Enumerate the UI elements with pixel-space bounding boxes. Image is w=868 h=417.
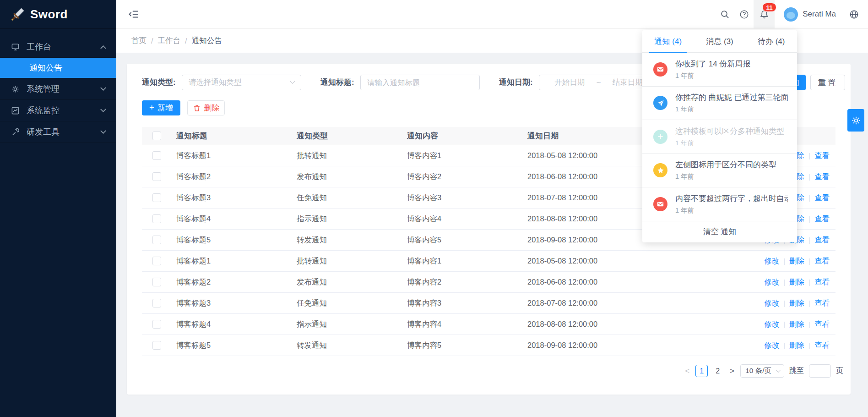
cell-title: 博客标题3 (176, 193, 297, 203)
notification-item[interactable]: 你推荐的 曲妮妮 已通过第三轮面试 1 年前 (642, 87, 797, 121)
cell-date: 2018-07-08 12:00:00 (527, 299, 738, 307)
edit-link[interactable]: 修改 (764, 277, 779, 287)
breadcrumb-current: 通知公告 (192, 36, 222, 46)
theme-settings-button[interactable] (847, 109, 864, 132)
crud-toolbar: + 新增 删除 (142, 100, 225, 115)
sidebar-item-system-admin[interactable]: 系统管理 (0, 78, 116, 100)
view-link[interactable]: 查看 (814, 151, 830, 161)
action-divider: | (808, 194, 810, 202)
row-actions: 修改 | 删除 | 查看 (738, 256, 835, 266)
view-link[interactable]: 查看 (814, 214, 830, 224)
notification-item[interactable]: 你收到了 14 份新周报 1 年前 (642, 53, 797, 87)
sidebar-item-workbench[interactable]: 工作台 (0, 36, 116, 58)
row-checkbox[interactable] (152, 278, 161, 286)
row-checkbox[interactable] (152, 299, 161, 307)
view-link[interactable]: 查看 (814, 256, 830, 266)
date-separator: ~ (595, 78, 603, 87)
notice-type-select[interactable]: 请选择通知类型 (182, 75, 301, 90)
view-link[interactable]: 查看 (814, 340, 830, 351)
remove-link[interactable]: 删除 (789, 277, 804, 287)
remove-link[interactable]: 删除 (789, 256, 804, 266)
cell-type: 转发通知 (297, 340, 407, 351)
cell-type: 发布通知 (297, 172, 407, 182)
cell-type: 任免通知 (297, 298, 407, 308)
monitor-icon (11, 43, 20, 51)
reset-button[interactable]: 重置 (810, 75, 845, 90)
notification-tab[interactable]: 消息 (3) (694, 30, 746, 52)
clear-notifications-button[interactable]: 清空 通知 (642, 221, 797, 242)
app-logo[interactable]: Sword (0, 0, 116, 29)
sidebar-item-system-monitor[interactable]: 系统监控 (0, 100, 116, 121)
notification-tab[interactable]: 通知 (4) (642, 30, 694, 52)
notifications-bell-button[interactable]: 11 (754, 0, 775, 28)
cell-title: 博客标题1 (176, 256, 297, 266)
page-number-button[interactable]: 2 (711, 365, 724, 377)
add-button[interactable]: + 新增 (142, 100, 180, 115)
notification-tab[interactable]: 待办 (4) (745, 30, 797, 52)
help-icon[interactable] (734, 0, 754, 28)
edit-link[interactable]: 修改 (764, 319, 779, 329)
page-size-select[interactable]: 10 条/页 (740, 364, 784, 378)
notification-title: 左侧图标用于区分不同的类型 (675, 159, 776, 170)
cell-content: 博客内容4 (407, 319, 527, 329)
breadcrumb-workbench[interactable]: 工作台 (158, 36, 181, 46)
prev-page-button[interactable]: < (684, 367, 690, 376)
notification-type-icon (653, 96, 667, 110)
edit-link[interactable]: 修改 (764, 340, 779, 351)
sword-icon (11, 7, 25, 21)
chevron-down-icon (290, 79, 295, 84)
remove-link[interactable]: 删除 (789, 298, 804, 308)
select-all-checkbox[interactable] (152, 132, 161, 140)
page-number-button[interactable]: 1 (695, 365, 708, 377)
view-link[interactable]: 查看 (814, 319, 830, 329)
delete-button[interactable]: 删除 (187, 100, 225, 115)
row-checkbox[interactable] (152, 193, 161, 202)
cell-content: 博客内容4 (407, 214, 527, 224)
notification-item[interactable]: + 这种模板可以区分多种通知类型 1 年前 (642, 120, 797, 154)
row-checkbox[interactable] (152, 320, 161, 329)
next-page-button[interactable]: > (729, 367, 735, 376)
view-link[interactable]: 查看 (814, 298, 830, 308)
remove-link[interactable]: 删除 (789, 319, 804, 329)
jump-page-input[interactable] (809, 364, 831, 378)
view-link[interactable]: 查看 (814, 172, 830, 182)
sidebar-item-label: 工作台 (27, 41, 101, 52)
view-link[interactable]: 查看 (814, 235, 830, 245)
chevron-down-icon (100, 128, 106, 134)
row-checkbox[interactable] (152, 236, 161, 244)
notice-title-field (360, 75, 480, 90)
notification-time: 1 年前 (675, 172, 776, 181)
row-checkbox[interactable] (152, 214, 161, 223)
notification-count-badge: 11 (762, 3, 776, 12)
cell-content: 博客内容2 (407, 172, 527, 182)
cell-type: 指示通知 (297, 319, 407, 329)
row-checkbox[interactable] (152, 257, 161, 265)
view-link[interactable]: 查看 (814, 193, 830, 203)
remove-link[interactable]: 删除 (789, 340, 804, 351)
action-divider: | (808, 320, 810, 328)
notification-time: 1 年前 (675, 105, 788, 114)
edit-link[interactable]: 修改 (764, 298, 779, 308)
sidebar-item-label: 研发工具 (27, 126, 101, 137)
row-checkbox[interactable] (152, 341, 161, 350)
sidebar-item-dev-tools[interactable]: 研发工具 (0, 121, 116, 143)
view-link[interactable]: 查看 (814, 277, 830, 287)
search-icon[interactable] (715, 0, 734, 28)
user-menu[interactable]: Serati Ma (775, 0, 843, 28)
notification-text: 你推荐的 曲妮妮 已通过第三轮面试 1 年前 (675, 92, 788, 114)
language-globe-icon[interactable] (843, 0, 864, 28)
row-checkbox[interactable] (152, 151, 161, 160)
collapse-sidebar-button[interactable] (128, 9, 139, 20)
jump-label: 跳至 (789, 366, 804, 376)
table-row: 博客标题5 转发通知 博客内容5 2018-09-08 12:00:00 修改 … (142, 335, 835, 356)
notification-item[interactable]: 左侧图标用于区分不同的类型 1 年前 (642, 154, 797, 188)
breadcrumb-home[interactable]: 首页 (131, 36, 146, 46)
sidebar-item-notice[interactable]: 通知公告 (0, 58, 116, 78)
edit-link[interactable]: 修改 (764, 256, 779, 266)
notification-item[interactable]: 内容不要超过两行字，超出时自动截断 1 年前 (642, 187, 797, 221)
row-checkbox[interactable] (152, 172, 161, 181)
notice-title-input[interactable] (361, 75, 479, 90)
date-range-picker[interactable]: 开始日期 ~ 结束日期 (539, 75, 658, 90)
gear-icon (851, 115, 861, 126)
filter-title-label: 通知标题: (320, 75, 354, 90)
